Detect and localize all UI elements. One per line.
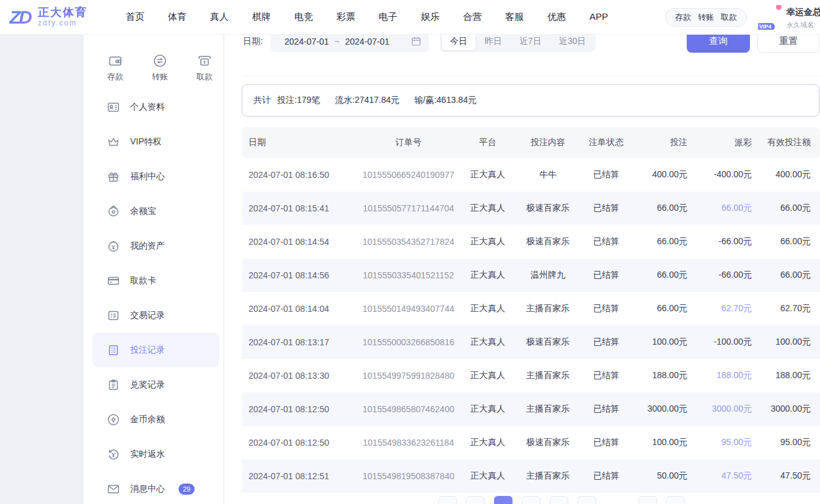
site-logo[interactable]: ZD 正大体育 zdty.com: [9, 7, 87, 28]
cell-status: 已结算: [582, 236, 630, 247]
table-row[interactable]: 2024-07-01 08:12:50 1015549865807462400 …: [242, 392, 820, 426]
header-deposit-button[interactable]: 存款: [675, 12, 691, 23]
site-title: 正大体育: [38, 7, 87, 19]
date-from: 2024-07-01: [284, 37, 329, 46]
site-domain: zdty.com: [38, 19, 87, 27]
cell-date: 2024-07-01 08:15:41: [242, 203, 355, 213]
cell-status: 已结算: [582, 437, 630, 448]
nav-item[interactable]: 优惠: [547, 11, 566, 23]
pagination-button[interactable]: [666, 496, 685, 504]
sidebar-item-transactions[interactable]: 交易记录: [92, 298, 219, 333]
sidebar-item-welfare[interactable]: 福利中心: [92, 159, 219, 194]
cell-order-number: 1015550003266850816: [355, 337, 462, 347]
user-name: 幸运金总: [787, 7, 820, 18]
logo-text: 正大体育 zdty.com: [38, 7, 87, 27]
table-row[interactable]: 2024-07-01 08:15:41 1015550577171144704 …: [242, 192, 820, 225]
summary-winloss: 输/赢:4613.84元: [415, 95, 477, 106]
table-row[interactable]: 2024-07-01 08:13:30 1015549975991828480 …: [242, 359, 820, 392]
avatar-wrap: VIP4: [758, 5, 782, 29]
sidebar-item-redeem-records[interactable]: 兑奖记录: [92, 368, 219, 402]
table-row[interactable]: 2024-07-01 08:14:54 1015550354352717824 …: [242, 225, 820, 259]
cell-bet-amount: 100.00元: [630, 437, 687, 448]
column-header: 平台: [462, 137, 514, 148]
sidebar-item-coin-balance[interactable]: 金币余额: [92, 402, 219, 437]
pagination-button[interactable]: [578, 496, 596, 504]
column-header: 订单号: [355, 137, 462, 148]
nav-item[interactable]: 棋牌: [252, 11, 271, 23]
pagination-button[interactable]: [550, 496, 568, 504]
cell-order-number: 1015550665240190977: [355, 170, 462, 180]
cell-status: 已结算: [582, 471, 630, 482]
cell-status: 已结算: [582, 337, 630, 348]
withdraw-icon: [197, 53, 212, 68]
cell-payout: -66.00元: [687, 270, 752, 281]
date-to: 2024-07-01: [345, 37, 390, 46]
shortcut-deposit[interactable]: 存款: [102, 53, 128, 82]
nav-item[interactable]: APP: [589, 11, 608, 23]
shortcut-withdraw[interactable]: 取款: [192, 53, 218, 82]
coins-icon: [107, 413, 120, 427]
quick-range-button[interactable]: 昨日: [477, 33, 510, 50]
nav-item[interactable]: 体育: [168, 11, 187, 23]
nav-item[interactable]: 彩票: [337, 11, 355, 23]
table-row[interactable]: 2024-07-01 08:14:04 1015550149493407744 …: [242, 292, 820, 325]
cell-valid-bet: 66.00元: [752, 203, 811, 214]
cell-valid-bet: 100.00元: [752, 337, 811, 348]
quick-range-button[interactable]: 近30日: [551, 33, 594, 50]
cell-date: 2024-07-01 08:12:50: [242, 404, 355, 414]
sidebar-item-label: 消息中心: [130, 484, 165, 495]
shortcut-transfer[interactable]: 转账: [147, 53, 173, 82]
bankcard-icon: [107, 274, 120, 288]
nav-item[interactable]: 真人: [210, 11, 229, 23]
sidebar-item-messages[interactable]: 消息中心 29: [92, 472, 219, 504]
nav-item[interactable]: 首页: [126, 11, 144, 23]
column-header: 派彩: [687, 137, 752, 148]
sidebar-menu: 个人资料 VIP特权 福利中心 余额宝 我的资产 取款卡: [84, 90, 223, 504]
pagination-button[interactable]: [494, 496, 513, 504]
cell-status: 已结算: [582, 270, 630, 281]
header-withdraw-button[interactable]: 取款: [721, 12, 737, 23]
summary-bar: 共计 投注:179笔 流水:27417.84元 输/赢:4613.84元: [242, 84, 819, 117]
cell-valid-bet: 66.00元: [752, 236, 811, 247]
nav-item[interactable]: 电竞: [294, 11, 313, 23]
cell-status: 已结算: [582, 404, 630, 415]
header-transfer-button[interactable]: 转账: [698, 12, 714, 23]
cell-platform: 正大真人: [462, 303, 514, 314]
sidebar-item-bankcard[interactable]: 取款卡: [92, 263, 219, 298]
cell-payout: 62.70元: [687, 303, 752, 314]
user-block[interactable]: VIP4 幸运金总 永久域名:: [758, 5, 820, 30]
table-row[interactable]: 2024-07-01 08:12:50 1015549833623261184 …: [242, 426, 820, 459]
bets-table: 日期订单号平台投注内容注单状态投注派彩有效投注额 2024-07-01 08:1…: [242, 127, 820, 493]
sidebar-item-label: 福利中心: [130, 171, 165, 182]
table-row[interactable]: 2024-07-01 08:14:56 1015550335401521152 …: [242, 259, 820, 292]
pagination-button[interactable]: [522, 496, 540, 504]
sidebar-item-vip[interactable]: VIP特权: [92, 125, 219, 159]
quick-range-button[interactable]: 今日: [442, 33, 475, 50]
pagination-button[interactable]: [466, 496, 485, 504]
nav-item[interactable]: 合营: [463, 11, 482, 23]
sidebar-item-rebate[interactable]: 实时返水: [92, 437, 219, 472]
table-row[interactable]: 2024-07-01 08:16:50 1015550665240190977 …: [242, 158, 820, 192]
cell-payout: 3000.00元: [687, 404, 752, 415]
nav-item[interactable]: 客服: [505, 11, 524, 23]
shortcut-label: 存款: [107, 71, 123, 82]
sidebar-item-assets[interactable]: 我的资产: [92, 229, 219, 263]
nav-item[interactable]: 电子: [379, 11, 397, 23]
pagination-button[interactable]: [638, 496, 657, 504]
pagination-ellipsis: [606, 496, 629, 504]
cell-platform: 正大真人: [462, 169, 514, 180]
table-row[interactable]: 2024-07-01 08:13:17 1015550003266850816 …: [242, 325, 820, 359]
cell-valid-bet: 47.50元: [752, 471, 811, 482]
sidebar-item-label: 余额宝: [130, 206, 156, 217]
pagination-button[interactable]: [438, 496, 457, 504]
sidebar-item-yuebao[interactable]: 余额宝: [92, 194, 219, 229]
cell-date: 2024-07-01 08:13:30: [242, 371, 355, 381]
sidebar-item-profile[interactable]: 个人资料: [92, 90, 219, 125]
table-row[interactable]: 2024-07-01 08:12:51 1015549819508387840 …: [242, 459, 820, 493]
cell-valid-bet: 66.00元: [752, 270, 811, 281]
nav-item[interactable]: 娱乐: [421, 11, 439, 23]
quick-range-button[interactable]: 近7日: [511, 33, 550, 50]
cell-status: 已结算: [582, 370, 630, 381]
cell-bet-content: 主播百家乐: [514, 404, 582, 415]
sidebar-item-bet-records[interactable]: 投注记录: [92, 333, 219, 368]
